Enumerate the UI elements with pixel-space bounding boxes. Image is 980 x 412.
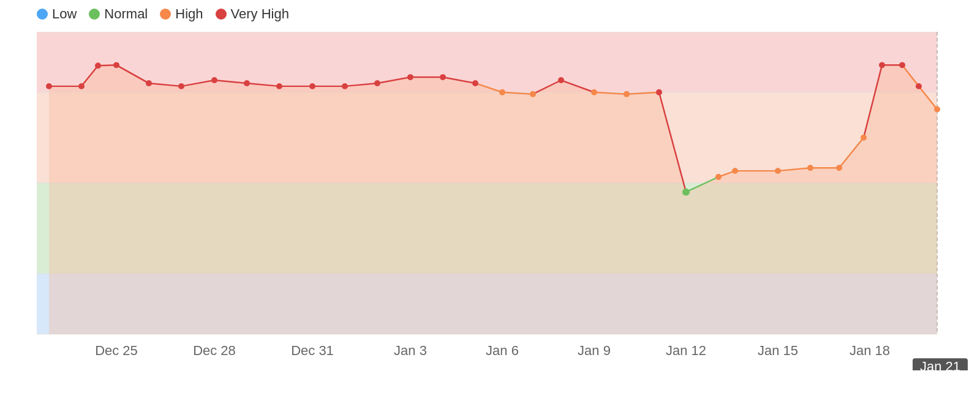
dot-jan6 <box>499 89 505 96</box>
x-label-jan15: Jan 15 <box>758 343 798 358</box>
legend-dot-normal <box>89 9 100 20</box>
dot-jan2 <box>374 80 380 86</box>
dot-jan16 <box>807 165 813 171</box>
dot-dec22 <box>46 83 52 89</box>
legend-item-high: High <box>160 6 203 22</box>
dot-dec31 <box>309 83 315 89</box>
zone-very-high <box>37 32 937 92</box>
legend-item-low: Low <box>37 6 77 22</box>
dot-jan5 <box>472 80 478 86</box>
dot-jan21b <box>934 106 940 112</box>
dot-dec29 <box>244 80 250 86</box>
legend-label-normal: Normal <box>104 6 148 22</box>
dot-dec23 <box>78 83 85 89</box>
x-label-jan21: Jan 21 <box>920 359 960 370</box>
chart-container: Low Normal High Very High <box>0 0 980 412</box>
dot-jan3 <box>407 74 413 80</box>
main-svg: 0 2 5 8 10 Dec 25 Dec 28 Dec 31 Jan 3 Ja… <box>37 32 968 370</box>
dot-dec26 <box>146 80 152 86</box>
dot-jan19 <box>879 62 885 68</box>
dot-jan10 <box>624 91 630 97</box>
x-label-jan12: Jan 12 <box>666 343 706 358</box>
legend-label-high: High <box>175 6 203 22</box>
dot-jan14 <box>732 168 738 174</box>
x-label-dec25: Dec 25 <box>95 343 138 358</box>
dot-jan12 <box>682 189 690 196</box>
dot-dec28 <box>211 77 217 83</box>
dot-jan9 <box>591 89 597 96</box>
dot-jan11 <box>656 89 662 96</box>
legend-dot-low <box>37 9 48 20</box>
legend-label-low: Low <box>52 6 77 22</box>
dot-jan17 <box>836 165 842 171</box>
dot-dec25 <box>113 62 119 68</box>
x-label-dec31: Dec 31 <box>291 343 334 358</box>
legend-item-very-high: Very High <box>216 6 289 22</box>
dot-jan21a <box>916 83 922 89</box>
dot-jan8 <box>558 77 564 83</box>
dot-dec24 <box>95 62 101 69</box>
dot-dec27 <box>178 83 184 89</box>
x-label-jan18: Jan 18 <box>850 343 890 358</box>
dot-jan1 <box>342 83 348 89</box>
dot-jan18 <box>861 135 867 141</box>
x-label-jan3: Jan 3 <box>394 343 427 358</box>
dot-jan13 <box>715 174 722 180</box>
x-label-jan9: Jan 9 <box>578 343 611 358</box>
legend-dot-high <box>160 9 171 20</box>
x-label-dec28: Dec 28 <box>193 343 236 358</box>
dot-jan20 <box>899 62 905 68</box>
dot-jan15 <box>775 168 781 174</box>
chart-legend: Low Normal High Very High <box>37 6 968 22</box>
legend-label-very-high: Very High <box>231 6 289 22</box>
dot-jan4 <box>440 74 446 80</box>
legend-dot-very-high <box>216 9 227 20</box>
dot-dec30 <box>276 83 282 89</box>
legend-item-normal: Normal <box>89 6 148 22</box>
x-label-jan6: Jan 6 <box>486 343 519 358</box>
chart-area: 0 2 5 8 10 Dec 25 Dec 28 Dec 31 Jan 3 Ja… <box>37 32 968 370</box>
dot-jan7 <box>530 91 536 97</box>
